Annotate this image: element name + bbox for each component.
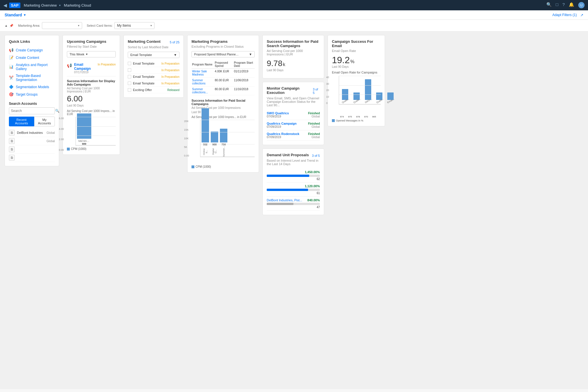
quick-links-card: Quick Links 📢Create Campaign📝Create Cont… [5,35,59,166]
nav-back-btn[interactable]: ◀ [3,3,7,8]
demand-item-pct: 1,120.00% [305,184,320,188]
content-dropdown-arrow: ▼ [174,53,177,57]
my-accounts-tab[interactable]: My Accounts [34,117,55,126]
email-y-labels: 403020100 [326,76,329,105]
demand-progress-bar [267,175,309,177]
prog-name[interactable]: Winter Sale Madness [192,69,214,78]
programs-col-date: Program Start Date [233,60,255,69]
programs-dropdown-arrow: ▼ [249,53,252,56]
campaign-name[interactable]: Email Campaign [74,63,95,71]
prog-date: 11/16/2018 [233,86,255,95]
search-accounts-box[interactable]: 🔍 [9,107,55,114]
demand-item-name[interactable]: DelBont Industries, Pist... [267,198,302,202]
quick-link-item[interactable]: 📢Create Campaign [9,47,55,54]
windows-nav-icon[interactable]: □ [556,2,558,8]
sap-logo: SAP [9,3,20,8]
email-success-subtitle: Email Open Rate [332,49,381,53]
recent-accounts-tab[interactable]: Recent Accounts [9,117,34,126]
nav-title[interactable]: Marketing Overview [24,3,57,7]
display-ads-y-labels: 6.00 4.00 2.00 0.00 [59,117,64,151]
bar-online-value: 552 [203,143,207,146]
standard-dropdown-btn[interactable]: Standard ▼ [5,13,26,17]
email-bar-chart: Qualtrics... Qualtrics... SWO Qu... Qual… [339,76,381,105]
content-checkbox[interactable] [128,68,131,72]
monitor-item-name[interactable]: SWO Qualtrics [267,111,289,115]
quick-links-list: 📢Create Campaign📝Create Content📊Analytic… [9,47,55,98]
content-checkbox[interactable] [128,75,131,78]
prog-name[interactable]: Summer collections [192,78,214,86]
programs-filter-dropdown[interactable]: Proposed Spend Without Planned ... ▼ [192,51,255,57]
programs-col-spend: Proposed Spend [214,60,233,69]
program-table-row: Winter Sale Madness4.00K EUR01/11/2019 [192,69,255,78]
account-name[interactable]: DelBont Industries [17,131,44,134]
prog-spend: 80.00 EUR [214,78,233,86]
content-items-list: Email TemplateIn PreparationIn Preparati… [128,60,179,93]
programs-col-name: Program Name [192,60,214,69]
quick-link-item[interactable]: 📝Create Content [9,54,55,61]
nav-dropdown-arrow: ▾ [59,4,61,7]
monitor-subtitle: View Email, SMS, and Open Channel Campai… [267,96,320,107]
marketing-area-select[interactable] [42,22,82,29]
content-type-dropdown[interactable]: Email Template ▼ [128,52,179,58]
email-bar-emailca: Email Ca... [386,92,395,104]
card-items-select[interactable]: My Items [114,22,154,29]
quick-link-icon: ✂️ [9,76,13,80]
search-nav-icon[interactable]: 🔍 [546,2,552,8]
monitor-item-name[interactable]: Qualtrics Campaign [267,122,297,125]
content-name[interactable]: Email Template [133,75,160,78]
content-status: In Preparation [161,69,179,72]
program-table-row: Summer collections80.00 EUR11/06/2018 [192,78,255,86]
marketing-programs-title: Marketing Programs [192,39,255,44]
filter-collapse-btn[interactable]: ▲ 📌 [5,24,13,28]
paid-social-bar-digital: 988 Digital O... [211,132,218,157]
this-week-dropdown[interactable]: This Week ▼ [67,51,116,57]
paid-social-bar-summer: 750 Summer... [220,129,227,157]
content-checkbox[interactable] [128,62,131,65]
quick-link-item[interactable]: 🔷Segmentation Models [9,83,55,91]
accounts-list: 🖺DelBont IndustriesGlobal🖺Global🖺🖺 [9,129,55,162]
paid-search-card: Success Information for Paid Search Camp… [262,35,324,78]
content-name[interactable]: Email Template [133,62,160,65]
marketing-area-label: Marketing Area: [18,24,40,27]
quick-link-item[interactable]: 📊Analytics and Report Gallery [9,61,55,72]
display-ads-bar-chart: Mid time Campaign 989 [76,117,116,146]
external-link-icon[interactable]: ↗ [580,13,583,17]
content-item: In Preparation [128,67,179,74]
content-status: In Preparation [161,75,179,78]
monitor-item-date: 07/09/2019 [267,136,281,139]
email-open-rate-row: 19.2 % [332,55,381,65]
demand-item: 1,450.00% 62 [267,169,320,183]
paid-social-bar-online: 552 Online S... [202,108,209,157]
email-bar-qualtrics2: Qualtrics... [352,92,361,104]
email-chart-title: Email Open Rate for Campaigns [332,71,381,74]
quick-link-item[interactable]: ✂️Template-Based Segmentation [9,72,55,83]
quick-link-label: Create Campaign [16,48,43,52]
monitor-item-name[interactable]: Qualtrics Rodenstock [267,132,299,136]
adapt-filters-btn[interactable]: Adapt Filters (1) [552,13,577,17]
bell-nav-icon[interactable]: 🔔 [569,2,574,8]
content-name[interactable]: Email Template [133,82,160,85]
this-week-dropdown-arrow: ▼ [86,53,88,56]
email-legend-box [332,119,335,122]
account-list-item: 🖺Global [9,137,55,145]
email-open-rate-value: 19.2 [332,55,350,65]
account-icon: 🖺 [9,155,15,161]
prog-name[interactable]: Summer collections... [192,86,214,95]
content-checkbox[interactable] [128,88,131,92]
paid-social-y-labels: 20K15K10K5K0.00 [184,120,189,157]
email-period: Last 90 Days [332,65,381,68]
paid-search-suffix: k [283,62,285,67]
paid-social-subtitle: Ad Serving Cost per 1000 Impressions [192,106,255,109]
content-name[interactable]: Exciting Offer [133,88,166,92]
content-checkbox[interactable] [128,82,131,85]
monitor-header: Monitor Campaign Execution 3 of 5 [267,86,320,96]
help-nav-icon[interactable]: ? [562,2,565,8]
campaign-status: In Preparation [98,63,116,66]
card-items-filter: Select Card Items: My Items [87,22,154,29]
quick-link-item[interactable]: 🎯Target Groups [9,91,55,98]
user-nav-icon[interactable]: U [578,2,585,8]
content-item: Email TemplateIn Preparation [128,74,179,80]
top-nav: ◀ SAP Marketing Overview ▾ Marketing Clo… [0,0,588,10]
search-accounts-input[interactable] [11,109,54,113]
account-list-item: 🖺 [9,154,55,162]
